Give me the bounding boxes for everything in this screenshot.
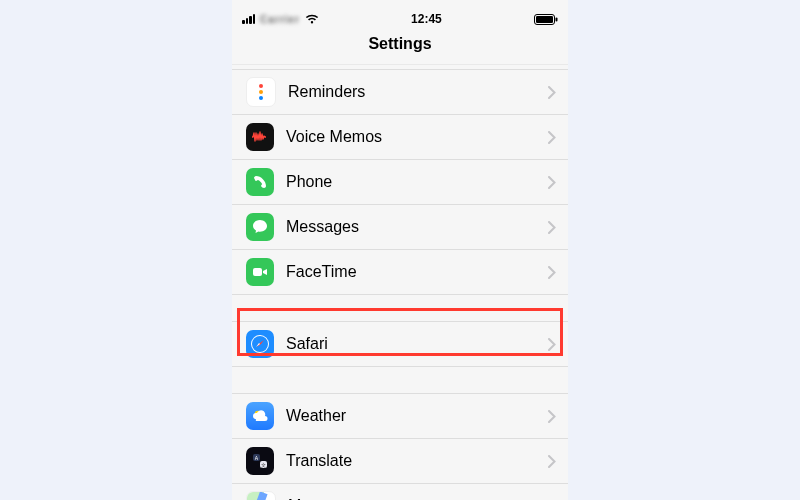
chevron-right-icon [548, 338, 556, 351]
svg-rect-1 [536, 16, 553, 23]
chevron-right-icon [548, 176, 556, 189]
svg-rect-2 [555, 17, 557, 21]
row-label: Safari [286, 335, 328, 353]
reminders-icon [246, 77, 276, 107]
row-facetime[interactable]: FaceTime [232, 250, 568, 295]
row-phone[interactable]: Phone [232, 160, 568, 205]
row-label: Messages [286, 218, 359, 236]
row-maps[interactable]: Maps [232, 484, 568, 500]
navigation-bar: Settings [232, 32, 568, 65]
chevron-right-icon [548, 221, 556, 234]
row-label: Weather [286, 407, 346, 425]
row-translate[interactable]: A文 Translate [232, 439, 568, 484]
phone-icon [246, 168, 274, 196]
row-label: Voice Memos [286, 128, 382, 146]
ios-settings-screen: Carrier 12:45 Settings Reminders [232, 0, 568, 500]
row-label: Reminders [288, 83, 365, 101]
chevron-right-icon [548, 86, 556, 99]
svg-text:文: 文 [261, 462, 266, 468]
clock: 12:45 [411, 12, 442, 26]
chevron-right-icon [548, 455, 556, 468]
wifi-icon [305, 14, 319, 24]
chevron-right-icon [548, 131, 556, 144]
maps-icon [246, 491, 276, 500]
row-messages[interactable]: Messages [232, 205, 568, 250]
facetime-icon [246, 258, 274, 286]
translate-icon: A文 [246, 447, 274, 475]
row-safari[interactable]: Safari [232, 321, 568, 367]
messages-icon [246, 213, 274, 241]
weather-icon [246, 402, 274, 430]
chevron-right-icon [548, 266, 556, 279]
svg-rect-3 [253, 268, 262, 276]
page-title: Settings [368, 35, 431, 52]
row-label: Phone [286, 173, 332, 191]
row-label: Translate [286, 452, 352, 470]
chevron-right-icon [548, 410, 556, 423]
cellular-signal-icon [242, 14, 255, 24]
row-reminders[interactable]: Reminders [232, 69, 568, 115]
battery-icon [534, 14, 558, 25]
row-voice-memos[interactable]: Voice Memos [232, 115, 568, 160]
safari-icon [246, 330, 274, 358]
settings-list: Reminders Voice Memos Phone [232, 69, 568, 500]
row-weather[interactable]: Weather [232, 393, 568, 439]
row-label: FaceTime [286, 263, 357, 281]
status-bar: Carrier 12:45 [232, 0, 568, 32]
carrier-name: Carrier [260, 14, 300, 25]
voice-memos-icon [246, 123, 274, 151]
